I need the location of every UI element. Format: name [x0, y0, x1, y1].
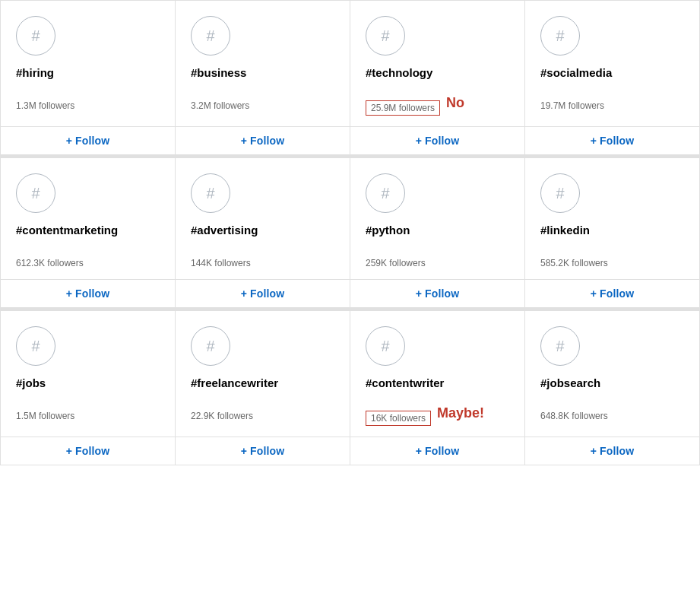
hashtag-name: #socialmedia — [540, 66, 684, 79]
hashtag-card: ##technology25.9M followersNo+ Follow — [350, 1, 525, 155]
followers-count: 648.8K followers — [540, 411, 608, 421]
follow-button[interactable]: + Follow — [176, 437, 350, 465]
hashtag-grid: ##hiring1.3M followers+ Follow##business… — [0, 0, 700, 465]
follow-button[interactable]: + Follow — [176, 126, 350, 154]
hashtag-icon: # — [191, 173, 230, 213]
follow-button[interactable]: + Follow — [525, 279, 699, 307]
hashtag-name: #linkedin — [540, 224, 684, 237]
hashtag-name: #freelancewriter — [191, 376, 334, 389]
hashtag-card: ##contentmarketing612.3K followers+ Foll… — [1, 158, 176, 308]
hashtag-card: ##advertising144K followers+ Follow — [176, 158, 350, 308]
hashtag-icon: # — [16, 173, 55, 213]
hashtag-card: ##socialmedia19.7M followers+ Follow — [525, 1, 700, 155]
hashtag-card: ##python259K followers+ Follow — [350, 158, 525, 308]
hashtag-name: #contentmarketing — [16, 224, 160, 237]
annotation-label: No — [446, 95, 464, 111]
hashtag-icon: # — [191, 16, 230, 56]
followers-count: 1.3M followers — [16, 100, 74, 111]
hashtag-icon: # — [366, 326, 405, 366]
hashtag-name: #python — [366, 224, 509, 237]
followers-count: 1.5M followers — [16, 411, 74, 421]
followers-count: 16K followers — [366, 411, 431, 426]
followers-count: 259K followers — [366, 258, 426, 268]
followers-count: 144K followers — [191, 258, 251, 268]
followers-count: 612.3K followers — [16, 258, 84, 268]
hashtag-icon: # — [540, 173, 580, 213]
follow-button[interactable]: + Follow — [176, 279, 350, 307]
hashtag-icon: # — [540, 326, 580, 366]
follow-button[interactable]: + Follow — [1, 279, 175, 307]
follow-button[interactable]: + Follow — [350, 279, 524, 307]
follow-button[interactable]: + Follow — [350, 126, 524, 154]
followers-count: 22.9K followers — [191, 411, 253, 421]
hashtag-card: ##linkedin585.2K followers+ Follow — [525, 158, 700, 308]
hashtag-card: ##business3.2M followers+ Follow — [176, 1, 350, 155]
hashtag-card: ##freelancewriter22.9K followers+ Follow — [176, 311, 350, 465]
hashtag-card: ##jobs1.5M followers+ Follow — [1, 311, 176, 465]
hashtag-icon: # — [16, 326, 55, 366]
hashtag-name: #contentwriter — [366, 376, 509, 389]
hashtag-icon: # — [366, 16, 405, 56]
follow-button[interactable]: + Follow — [350, 437, 524, 465]
hashtag-icon: # — [191, 326, 230, 366]
hashtag-icon: # — [540, 16, 580, 56]
followers-count: 585.2K followers — [540, 258, 608, 268]
hashtag-name: #jobs — [16, 376, 160, 389]
annotation-label: Maybe! — [437, 405, 484, 421]
hashtag-name: #business — [191, 66, 334, 79]
hashtag-card: ##jobsearch648.8K followers+ Follow — [525, 311, 700, 465]
hashtag-name: #jobsearch — [540, 376, 684, 389]
follow-button[interactable]: + Follow — [525, 437, 699, 465]
hashtag-card: ##hiring1.3M followers+ Follow — [1, 1, 176, 155]
follow-button[interactable]: + Follow — [1, 437, 175, 465]
hashtag-icon: # — [16, 16, 55, 56]
hashtag-icon: # — [366, 173, 405, 213]
hashtag-name: #technology — [366, 66, 509, 79]
hashtag-name: #advertising — [191, 224, 334, 237]
followers-count: 25.9M followers — [366, 100, 440, 116]
hashtag-card: ##contentwriter16K followersMaybe!+ Foll… — [350, 311, 525, 465]
hashtag-name: #hiring — [16, 66, 160, 79]
follow-button[interactable]: + Follow — [1, 126, 175, 154]
follow-button[interactable]: + Follow — [525, 126, 699, 154]
followers-count: 3.2M followers — [191, 100, 249, 111]
followers-count: 19.7M followers — [540, 100, 604, 111]
